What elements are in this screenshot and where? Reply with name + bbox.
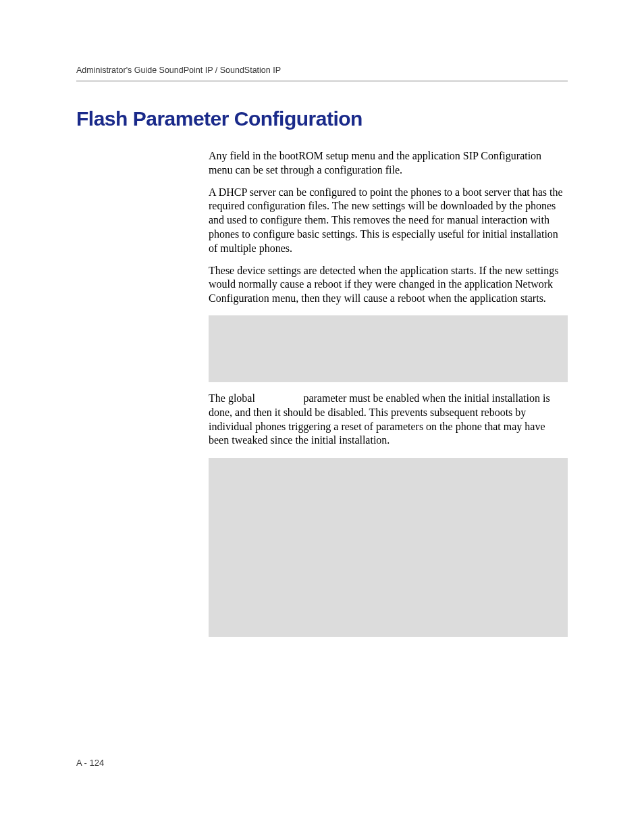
page-number: A - 124	[76, 758, 104, 768]
header-divider	[76, 80, 568, 82]
header-breadcrumb: Administrator's Guide SoundPoint IP / So…	[76, 66, 568, 75]
placeholder-box-2	[209, 458, 568, 637]
paragraph-1: Any field in the bootROM setup menu and …	[209, 149, 568, 178]
paragraph-4-part1: The global	[209, 392, 258, 404]
paragraph-3: These device settings are detected when …	[209, 264, 568, 306]
paragraph-4: The global device.set parameter must be …	[209, 392, 568, 448]
paragraph-2: A DHCP server can be configured to point…	[209, 186, 568, 256]
paragraph-4-part2: parameter must be enabled when the initi…	[209, 392, 550, 446]
placeholder-box-1	[209, 315, 568, 382]
section-title: Flash Parameter Configuration	[76, 107, 568, 130]
